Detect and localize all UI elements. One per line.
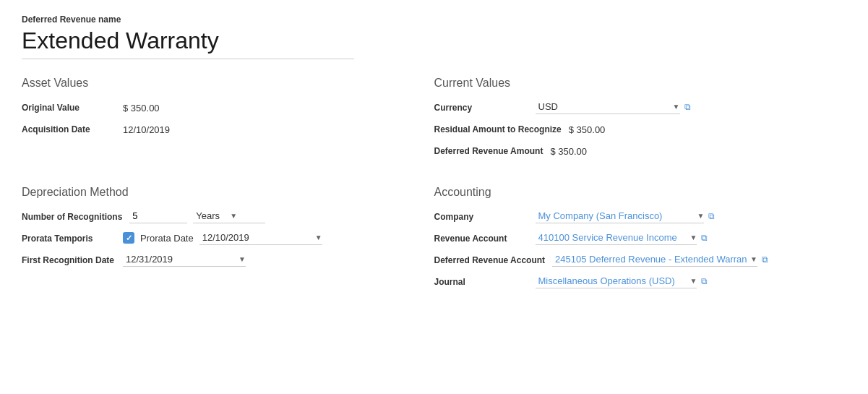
deferred-account-label: Deferred Revenue Account (434, 252, 546, 267)
currency-label: Currency (434, 100, 528, 114)
first-recognition-date-wrapper[interactable]: ▼ (123, 252, 246, 267)
journal-external-link-icon[interactable]: ⧉ (701, 276, 708, 286)
num-recognitions-label: Number of Recognitions (22, 209, 122, 223)
journal-row: Journal Miscellaneous Operations (USD) ▼… (434, 274, 833, 288)
num-recognitions-input[interactable] (129, 209, 187, 223)
prorata-date-wrapper[interactable]: ▼ (199, 231, 322, 245)
company-select-wrapper[interactable]: My Company (San Francisco) ▼ (536, 209, 705, 223)
acquisition-date-label: Acquisition Date (22, 121, 116, 136)
first-recognition-label: First Recognition Date (22, 252, 116, 267)
first-recognition-row: First Recognition Date ▼ (22, 252, 420, 267)
original-value-label: Original Value (22, 100, 116, 114)
currency-select-wrapper[interactable]: USD ▼ (536, 100, 680, 114)
currency-row: Currency USD ▼ ⧉ (434, 100, 833, 114)
revenue-account-external-link-icon[interactable]: ⧉ (701, 233, 708, 243)
num-recognitions-row: Number of Recognitions Years Months ▼ (22, 209, 420, 223)
years-select-wrapper[interactable]: Years Months ▼ (193, 209, 265, 223)
journal-label: Journal (434, 274, 528, 288)
deferred-account-select-wrapper[interactable]: 245105 Deferred Revenue - Extended Warra… (552, 252, 757, 267)
original-value-row: Original Value $ 350.00 (22, 100, 420, 114)
prorata-checkbox[interactable] (123, 232, 134, 244)
residual-amount-label: Residual Amount to Recognize (434, 121, 562, 136)
journal-select-wrapper[interactable]: Miscellaneous Operations (USD) ▼ (536, 274, 697, 288)
first-recognition-date-input[interactable] (123, 252, 250, 266)
prorata-date-label: Prorata Date (140, 233, 194, 244)
deferred-account-select[interactable]: 245105 Deferred Revenue - Extended Warra… (552, 252, 762, 266)
company-external-link-icon[interactable]: ⧉ (708, 211, 715, 221)
company-select[interactable]: My Company (San Francisco) (536, 209, 709, 223)
original-value: $ 350.00 (123, 100, 160, 114)
title-divider (22, 59, 354, 59)
depreciation-method-section: Depreciation Method Number of Recognitio… (22, 186, 434, 296)
residual-amount-value: $ 350.00 (569, 121, 606, 135)
residual-amount-row: Residual Amount to Recognize $ 350.00 (434, 121, 833, 136)
page-title: Extended Warranty (22, 27, 846, 54)
revenue-account-select-wrapper[interactable]: 410100 Service Revenue Income ▼ (536, 231, 697, 245)
deferred-revenue-amount-row: Deferred Revenue Amount $ 350.00 (434, 143, 833, 158)
revenue-account-select[interactable]: 410100 Service Revenue Income (536, 231, 702, 244)
prorata-input-group: Prorata Date ▼ (123, 231, 322, 245)
num-recognitions-input-group: Years Months ▼ (129, 209, 265, 223)
asset-values-title: Asset Values (22, 77, 420, 90)
acquisition-date-value: 12/10/2019 (123, 121, 170, 135)
current-values-title: Current Values (434, 77, 833, 90)
asset-values-section: Asset Values Original Value $ 350.00 Acq… (22, 77, 434, 164)
depreciation-method-title: Depreciation Method (22, 186, 420, 199)
prorata-temporis-row: Prorata Temporis Prorata Date ▼ (22, 231, 420, 245)
revenue-account-label: Revenue Account (434, 231, 528, 245)
years-select[interactable]: Years Months (193, 209, 241, 223)
current-values-section: Current Values Currency USD ▼ ⧉ Residual… (434, 77, 847, 164)
prorata-temporis-label: Prorata Temporis (22, 231, 116, 245)
deferred-revenue-amount-label: Deferred Revenue Amount (434, 143, 543, 158)
journal-select[interactable]: Miscellaneous Operations (USD) (536, 274, 702, 288)
deferred-revenue-amount-value: $ 350.00 (550, 143, 587, 157)
revenue-account-row: Revenue Account 410100 Service Revenue I… (434, 231, 833, 245)
currency-select[interactable]: USD (536, 100, 684, 114)
company-row: Company My Company (San Francisco) ▼ ⧉ (434, 209, 833, 223)
deferred-account-external-link-icon[interactable]: ⧉ (762, 254, 768, 265)
deferred-account-row: Deferred Revenue Account 245105 Deferred… (434, 252, 833, 267)
accounting-section: Accounting Company My Company (San Franc… (434, 186, 847, 296)
prorata-date-input[interactable] (199, 231, 327, 244)
accounting-title: Accounting (434, 186, 833, 199)
deferred-revenue-name-label: Deferred Revenue name (22, 14, 846, 25)
acquisition-date-row: Acquisition Date 12/10/2019 (22, 121, 420, 136)
company-label: Company (434, 209, 528, 223)
currency-external-link-icon[interactable]: ⧉ (684, 102, 691, 112)
